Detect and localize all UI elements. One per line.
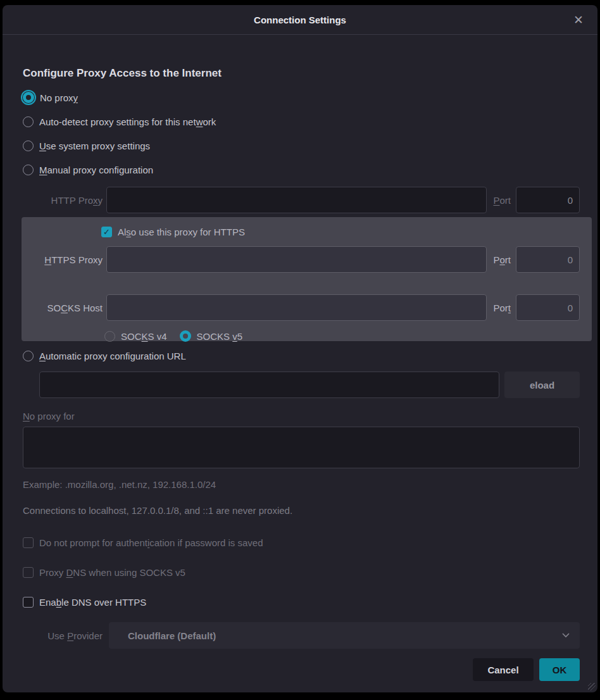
checkbox-checked-icon[interactable]: ✓ bbox=[101, 227, 112, 237]
also-https-label: Also use this proxy for HTTPS bbox=[118, 227, 245, 237]
chevron-down-icon bbox=[562, 633, 570, 638]
proxy-dns-socks5-label: Proxy DNS when using SOCKS v5 bbox=[39, 567, 185, 578]
radio-auto-detect-label: Auto-detect proxy settings for this netw… bbox=[39, 116, 216, 127]
radio-socks-v5-label: SOCKS v5 bbox=[197, 331, 243, 342]
radio-auto-detect[interactable]: Auto-detect proxy settings for this netw… bbox=[23, 115, 580, 128]
radio-button-icon[interactable] bbox=[180, 330, 191, 342]
radio-button-icon[interactable] bbox=[23, 165, 34, 175]
http-port-input[interactable] bbox=[516, 187, 580, 213]
dialog-footer: Cancel OK bbox=[23, 658, 580, 681]
no-auth-prompt-label: Do not prompt for authentication if pass… bbox=[39, 537, 263, 548]
close-icon[interactable]: ✕ bbox=[571, 11, 586, 28]
http-proxy-input[interactable] bbox=[106, 187, 487, 213]
radio-no-proxy[interactable]: No proxy bbox=[23, 91, 580, 104]
http-proxy-row: HTTP Proxy Port bbox=[23, 187, 580, 213]
checkbox-proxy-dns-socks5[interactable]: Proxy DNS when using SOCKS v5 bbox=[23, 565, 580, 579]
checkbox-icon[interactable] bbox=[23, 597, 34, 608]
checkbox-icon[interactable] bbox=[23, 567, 34, 578]
http-port-label: Port bbox=[493, 195, 511, 206]
ok-button[interactable]: OK bbox=[539, 658, 580, 681]
radio-button-icon[interactable] bbox=[23, 116, 34, 127]
reload-button[interactable]: eRload bbox=[504, 372, 580, 398]
no-proxy-for-textarea[interactable] bbox=[23, 427, 580, 468]
radio-system-proxy-label: Use system proxy settings bbox=[39, 141, 150, 151]
check-icon: ✓ bbox=[103, 228, 110, 236]
connection-settings-dialog: Connection Settings ✕ Configure Proxy Ac… bbox=[3, 5, 597, 692]
radio-socks-v4[interactable]: SOCKS v4 bbox=[104, 329, 167, 343]
radio-button-icon[interactable] bbox=[23, 351, 34, 361]
also-https-checkbox-row[interactable]: ✓ Also use this proxy for HTTPS bbox=[101, 225, 580, 239]
doh-provider-value: Cloudflare (Default) bbox=[128, 630, 562, 641]
radio-manual-proxy-label: Manual proxy configuration bbox=[39, 165, 153, 175]
checkbox-icon[interactable] bbox=[23, 537, 34, 548]
resize-grip[interactable] bbox=[588, 683, 596, 691]
checkbox-enable-doh[interactable]: Enable DNS over HTTPS bbox=[23, 595, 580, 609]
doh-provider-select[interactable]: Cloudflare (Default) bbox=[109, 622, 580, 649]
dialog-titlebar: Connection Settings ✕ bbox=[3, 5, 597, 35]
no-proxy-for-label: No proxy for bbox=[23, 411, 580, 422]
dialog-content: Configure Proxy Access to the Internet N… bbox=[3, 66, 597, 681]
radio-button-icon[interactable] bbox=[23, 141, 34, 151]
socks-port-input[interactable] bbox=[516, 294, 580, 321]
no-proxy-example-text: Example: .mozilla.org, .net.nz, 192.168.… bbox=[23, 478, 580, 491]
use-provider-label: Use Provider bbox=[23, 630, 103, 641]
https-proxy-label: HTTPS Proxy bbox=[23, 254, 103, 265]
https-socks-group: ✓ Also use this proxy for HTTPS HTTPS Pr… bbox=[22, 217, 592, 341]
doh-provider-row: Use Provider Cloudflare (Default) bbox=[23, 622, 580, 649]
radio-auto-config-url-label: Automatic proxy configuration URL bbox=[39, 351, 186, 361]
localhost-note-text: Connections to localhost, 127.0.0.1/8, a… bbox=[23, 504, 580, 517]
radio-auto-config-url[interactable]: Automatic proxy configuration URL bbox=[23, 349, 580, 363]
http-proxy-label: HTTP Proxy bbox=[23, 195, 103, 206]
radio-socks-v5[interactable]: SOCKS v5 bbox=[180, 329, 243, 343]
radio-system-proxy[interactable]: Use system proxy settings bbox=[23, 139, 580, 153]
checkbox-no-auth-prompt[interactable]: Do not prompt for authentication if pass… bbox=[23, 535, 580, 549]
radio-manual-proxy[interactable]: Manual proxy configuration bbox=[23, 163, 580, 177]
https-port-input[interactable] bbox=[516, 246, 580, 273]
https-port-label: Port bbox=[493, 254, 511, 265]
cancel-button[interactable]: Cancel bbox=[473, 658, 534, 681]
auto-config-url-row: eRload bbox=[23, 372, 580, 398]
socks-version-row: SOCKS v4 SOCKS v5 bbox=[104, 329, 580, 343]
page-title: Configure Proxy Access to the Internet bbox=[23, 66, 580, 80]
auto-config-url-input[interactable] bbox=[39, 372, 499, 398]
socks-host-row: SOCKS Host Port bbox=[23, 294, 580, 321]
socks-host-input[interactable] bbox=[106, 294, 487, 321]
radio-button-icon[interactable] bbox=[104, 331, 115, 342]
radio-no-proxy-label: No proxy bbox=[40, 92, 78, 103]
enable-doh-label: Enable DNS over HTTPS bbox=[39, 597, 146, 608]
socks-port-label: Port bbox=[493, 303, 511, 313]
dialog-title: Connection Settings bbox=[254, 15, 346, 25]
radio-socks-v4-label: SOCKS v4 bbox=[121, 331, 167, 342]
radio-button-icon[interactable] bbox=[23, 92, 34, 103]
socks-host-label: SOCKS Host bbox=[23, 303, 103, 313]
https-proxy-row: HTTPS Proxy Port bbox=[23, 246, 580, 273]
https-proxy-input[interactable] bbox=[106, 246, 487, 273]
